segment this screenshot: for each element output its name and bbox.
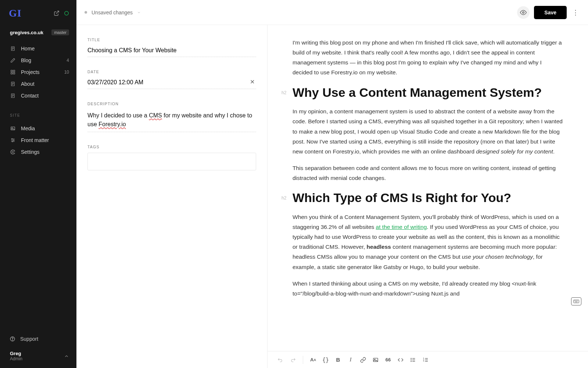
chevron-up-icon bbox=[64, 354, 69, 359]
svg-point-33 bbox=[576, 301, 577, 301]
quote-button[interactable]: 66 bbox=[383, 354, 394, 365]
code-block-button[interactable]: {} bbox=[320, 354, 331, 365]
sidebar: GI gregives.co.uk master Home Blog4 Proj… bbox=[0, 0, 76, 368]
user-role: Admin bbox=[10, 356, 22, 361]
status-text: Unsaved changes bbox=[92, 10, 133, 15]
nav-item-contact[interactable]: Contact bbox=[0, 90, 76, 102]
link-button[interactable] bbox=[358, 354, 369, 365]
document-icon bbox=[10, 81, 16, 87]
svg-point-31 bbox=[574, 301, 575, 301]
paragraph[interactable]: When you think of a Content Management S… bbox=[293, 212, 563, 272]
bullet-list-button[interactable] bbox=[408, 354, 419, 365]
svg-point-34 bbox=[577, 301, 578, 301]
nav-item-about[interactable]: About bbox=[0, 78, 76, 90]
heading-tag-label: h2 bbox=[282, 90, 286, 95]
svg-point-43 bbox=[411, 361, 411, 361]
pencil-icon bbox=[10, 57, 16, 63]
image-button[interactable] bbox=[370, 354, 381, 365]
main-area: Unsaved changes Save ⋮ TITLE DATE ✕ bbox=[76, 0, 588, 368]
sidebar-header: GI bbox=[0, 0, 76, 26]
svg-point-28 bbox=[12, 340, 13, 340]
italic-button[interactable]: I bbox=[345, 354, 356, 365]
svg-text:3: 3 bbox=[423, 360, 424, 362]
chevron-down-icon[interactable] bbox=[137, 11, 141, 14]
svg-line-0 bbox=[56, 11, 59, 14]
code-button[interactable] bbox=[395, 354, 406, 365]
numbered-list-button[interactable]: 123 bbox=[420, 354, 431, 365]
date-label: DATE bbox=[87, 70, 256, 74]
svg-rect-8 bbox=[11, 72, 12, 74]
topbar: Unsaved changes Save ⋮ bbox=[76, 0, 588, 25]
gear-icon bbox=[10, 149, 16, 155]
tags-input[interactable] bbox=[87, 153, 256, 170]
svg-point-26 bbox=[12, 151, 14, 153]
description-input[interactable]: Why I decided to use a CMS for my websit… bbox=[87, 110, 256, 132]
clear-date-button[interactable]: ✕ bbox=[250, 78, 255, 85]
svg-rect-6 bbox=[11, 70, 12, 72]
image-icon bbox=[10, 125, 16, 131]
paragraph[interactable]: In my opinion, a content management syst… bbox=[293, 106, 563, 156]
nav-item-settings[interactable]: Settings bbox=[0, 146, 76, 158]
paragraph[interactable]: When I started thinking about using a CM… bbox=[293, 279, 563, 298]
nav-item-media[interactable]: Media bbox=[0, 123, 76, 134]
svg-point-23 bbox=[12, 138, 12, 139]
keyboard-shortcuts-button[interactable] bbox=[571, 297, 581, 305]
nav-item-blog[interactable]: Blog4 bbox=[0, 54, 76, 66]
heading-2[interactable]: h2Which Type of CMS Is Right for You? bbox=[293, 190, 563, 205]
status-circle-icon[interactable] bbox=[64, 11, 69, 16]
user-menu[interactable]: Greg Admin bbox=[0, 346, 76, 368]
svg-rect-7 bbox=[13, 70, 15, 72]
heading-2[interactable]: h2Why Use a Content Management System? bbox=[293, 85, 563, 100]
site-nav: Media Front matter Settings bbox=[0, 120, 76, 160]
editor-toolbar: AA {} B I 66 123 bbox=[268, 351, 588, 368]
tags-label: TAGS bbox=[87, 145, 256, 149]
grid-icon bbox=[10, 69, 16, 75]
sliders-icon bbox=[10, 137, 16, 143]
nav-item-front-matter[interactable]: Front matter bbox=[0, 134, 76, 146]
bold-button[interactable]: B bbox=[333, 354, 344, 365]
preview-button[interactable] bbox=[517, 6, 530, 19]
app-logo: GI bbox=[9, 7, 22, 19]
undo-button[interactable] bbox=[275, 354, 286, 365]
site-selector[interactable]: gregives.co.uk master bbox=[0, 26, 76, 40]
svg-point-25 bbox=[12, 141, 13, 142]
eye-icon bbox=[520, 9, 527, 16]
description-label: DESCRIPTION bbox=[87, 102, 256, 106]
date-input[interactable] bbox=[87, 78, 256, 89]
save-button[interactable]: Save bbox=[534, 6, 567, 19]
article-body[interactable]: I'm writing this blog post on my phone a… bbox=[268, 25, 584, 320]
editor-panes: TITLE DATE ✕ DESCRIPTION Why I decided t… bbox=[76, 25, 588, 368]
svg-rect-30 bbox=[574, 300, 579, 303]
user-name: Greg bbox=[10, 351, 22, 356]
heading-tag-label: h2 bbox=[282, 195, 286, 201]
frontmatter-form: TITLE DATE ✕ DESCRIPTION Why I decided t… bbox=[76, 25, 268, 368]
redo-button[interactable] bbox=[287, 354, 298, 365]
content-nav: Home Blog4 Projects10 About Contact bbox=[0, 40, 76, 104]
external-link-icon[interactable] bbox=[54, 10, 60, 16]
paragraph[interactable]: I'm writing this blog post on my phone a… bbox=[293, 38, 563, 78]
svg-rect-9 bbox=[13, 72, 15, 74]
help-icon bbox=[10, 336, 15, 342]
document-icon bbox=[10, 46, 16, 52]
paragraph[interactable]: This separation between code and content… bbox=[293, 163, 563, 183]
content-editor: I'm writing this blog post on my phone a… bbox=[268, 25, 588, 368]
support-link[interactable]: Support bbox=[0, 332, 76, 346]
svg-point-41 bbox=[411, 358, 411, 358]
svg-point-32 bbox=[576, 301, 576, 301]
more-menu-button[interactable]: ⋮ bbox=[571, 8, 580, 17]
title-label: TITLE bbox=[87, 38, 256, 42]
status-indicator-icon bbox=[85, 11, 87, 14]
branch-badge: master bbox=[51, 29, 69, 35]
nav-item-projects[interactable]: Projects10 bbox=[0, 66, 76, 78]
svg-point-29 bbox=[523, 11, 524, 13]
site-name: gregives.co.uk bbox=[10, 30, 43, 35]
heading-button[interactable]: AA bbox=[308, 354, 319, 365]
sidebar-footer: Support Greg Admin bbox=[0, 332, 76, 368]
svg-point-24 bbox=[13, 140, 14, 141]
title-input[interactable] bbox=[87, 46, 256, 57]
document-icon bbox=[10, 93, 16, 99]
inline-link[interactable]: at the time of writing bbox=[376, 224, 427, 230]
nav-item-home[interactable]: Home bbox=[0, 43, 76, 54]
svg-point-1 bbox=[65, 11, 69, 15]
site-section-label: SITE bbox=[0, 104, 76, 120]
